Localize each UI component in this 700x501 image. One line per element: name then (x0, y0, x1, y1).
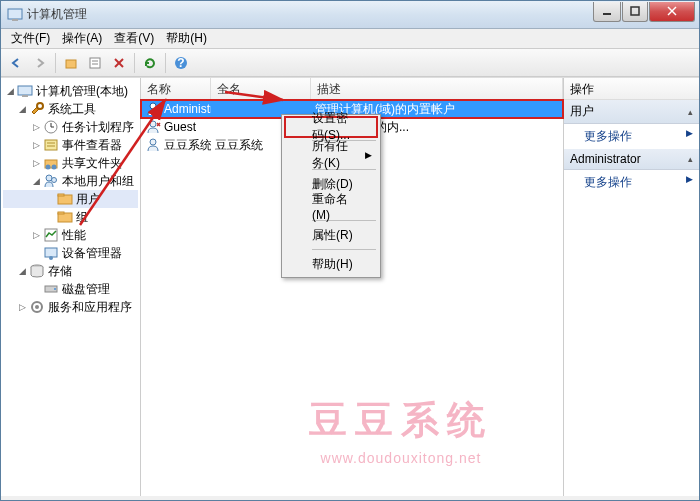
tree-label: 服务和应用程序 (48, 299, 132, 316)
maximize-button[interactable] (622, 2, 648, 22)
expand-icon[interactable]: ▷ (31, 158, 41, 168)
list-body[interactable]: Administrat... 管理计算机(域)的内置帐户 Guest 机或访问域… (141, 100, 563, 496)
collapse-icon: ▴ (688, 154, 693, 164)
perf-icon (43, 227, 59, 243)
shared-icon (43, 155, 59, 171)
menu-view[interactable]: 查看(V) (108, 28, 160, 49)
user-icon (145, 119, 161, 135)
up-button[interactable] (60, 52, 82, 74)
svg-rect-7 (90, 58, 100, 68)
expand-icon[interactable]: ▷ (17, 302, 27, 312)
tree-label: 存储 (48, 263, 72, 280)
tree-shared-folders[interactable]: ▷ 共享文件夹 (3, 154, 138, 172)
svg-point-24 (46, 165, 51, 170)
expand-icon[interactable]: ▷ (31, 230, 41, 240)
svg-point-39 (35, 305, 39, 309)
menu-action[interactable]: 操作(A) (56, 28, 108, 49)
folder-icon (57, 209, 73, 225)
disk-icon (43, 281, 59, 297)
menu-help[interactable]: 帮助(H) (160, 28, 213, 49)
computer-icon (17, 83, 33, 99)
cm-all-tasks[interactable]: 所有任务(K)▶ (284, 144, 378, 166)
svg-text:?: ? (177, 56, 184, 70)
delete-tool-button[interactable] (108, 52, 130, 74)
scheduler-icon (43, 119, 59, 135)
tree-storage[interactable]: ◢ 存储 (3, 262, 138, 280)
svg-rect-29 (58, 194, 64, 196)
actions-section-admin[interactable]: Administrator▴ (564, 149, 699, 170)
user-icon (145, 101, 161, 117)
window-title: 计算机管理 (27, 6, 592, 23)
menubar: 文件(F) 操作(A) 查看(V) 帮助(H) (1, 29, 699, 49)
tree-task-scheduler[interactable]: ▷ 任务计划程序 (3, 118, 138, 136)
collapse-icon[interactable]: ◢ (31, 176, 41, 186)
col-fullname[interactable]: 全名 (211, 78, 311, 99)
collapse-icon[interactable]: ◢ (5, 86, 15, 96)
cm-set-password[interactable]: 设置密码(S)... (284, 116, 378, 138)
svg-point-44 (150, 139, 156, 145)
svg-rect-0 (8, 9, 22, 19)
expand-icon[interactable]: ▷ (31, 140, 41, 150)
tree-event-viewer[interactable]: ▷ 事件查看器 (3, 136, 138, 154)
cm-properties[interactable]: 属性(R) (284, 224, 378, 246)
svg-point-37 (54, 288, 56, 290)
tree-sys-tools[interactable]: ◢ 系统工具 (3, 100, 138, 118)
action-more-ops-2[interactable]: 更多操作 ▶ (564, 170, 699, 195)
forward-button[interactable] (29, 52, 51, 74)
tree-label: 共享文件夹 (62, 155, 122, 172)
svg-rect-33 (45, 248, 57, 257)
event-icon (43, 137, 59, 153)
user-icon (145, 137, 161, 153)
svg-point-40 (150, 103, 156, 109)
col-desc[interactable]: 描述 (311, 78, 563, 99)
tree-panel[interactable]: ◢ 计算机管理(本地) ◢ 系统工具 ▷ 任务计划程序 ▷ 事件查看器 ▷ (1, 78, 141, 496)
svg-point-34 (49, 256, 53, 260)
close-button[interactable] (649, 2, 695, 22)
cell-fullname: 豆豆系统 (215, 137, 263, 154)
tree-label: 计算机管理(本地) (36, 83, 128, 100)
actions-panel: 操作 用户▴ 更多操作 ▶ Administrator▴ 更多操作 ▶ (564, 78, 699, 496)
properties-button[interactable] (84, 52, 106, 74)
expand-icon[interactable]: ▷ (31, 122, 41, 132)
cell-name: 豆豆系统 (164, 137, 211, 154)
submenu-arrow-icon: ▶ (686, 174, 693, 184)
actions-section-user[interactable]: 用户▴ (564, 100, 699, 124)
list-header: 名称 全名 描述 (141, 78, 563, 100)
tree-label: 任务计划程序 (62, 119, 134, 136)
watermark-url: www.doudouxitong.net (309, 450, 493, 466)
tree-users[interactable]: 用户 (3, 190, 138, 208)
svg-point-27 (52, 178, 57, 183)
help-button[interactable]: ? (170, 52, 192, 74)
tree-device-manager[interactable]: 设备管理器 (3, 244, 138, 262)
tree-label: 设备管理器 (62, 245, 122, 262)
svg-rect-20 (45, 140, 57, 150)
tools-icon (29, 101, 45, 117)
cm-rename[interactable]: 重命名(M) (284, 195, 378, 217)
menu-file[interactable]: 文件(F) (5, 28, 56, 49)
svg-rect-31 (58, 212, 64, 214)
toolbar: ? (1, 49, 699, 77)
tree-label: 系统工具 (48, 101, 96, 118)
collapse-icon[interactable]: ◢ (17, 104, 27, 114)
refresh-button[interactable] (139, 52, 161, 74)
tree-groups[interactable]: 组 (3, 208, 138, 226)
tree-local-users[interactable]: ◢ 本地用户和组 (3, 172, 138, 190)
services-icon (29, 299, 45, 315)
users-icon (43, 173, 59, 189)
minimize-button[interactable] (593, 2, 621, 22)
svg-point-16 (37, 103, 43, 109)
tree-services[interactable]: ▷ 服务和应用程序 (3, 298, 138, 316)
collapse-icon[interactable]: ◢ (17, 266, 27, 276)
tree-label: 组 (76, 209, 88, 226)
svg-rect-3 (631, 7, 639, 15)
cell-name: Guest (164, 120, 196, 134)
cm-help[interactable]: 帮助(H) (284, 253, 378, 275)
col-name[interactable]: 名称 (141, 78, 211, 99)
tree-performance[interactable]: ▷ 性能 (3, 226, 138, 244)
tree-disk-mgmt[interactable]: 磁盘管理 (3, 280, 138, 298)
svg-rect-1 (12, 19, 18, 21)
back-button[interactable] (5, 52, 27, 74)
tree-label: 事件查看器 (62, 137, 122, 154)
action-more-ops[interactable]: 更多操作 ▶ (564, 124, 699, 149)
tree-root[interactable]: ◢ 计算机管理(本地) (3, 82, 138, 100)
